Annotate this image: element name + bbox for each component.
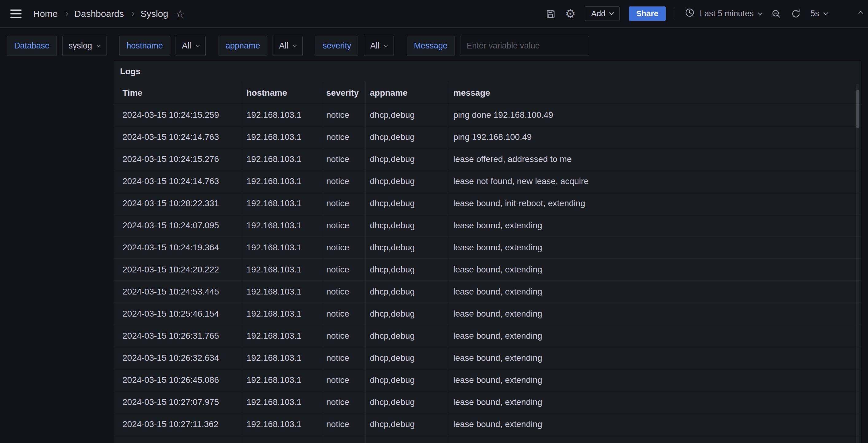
panel-title: Logs [120,67,141,76]
table-cell: 2024-03-15 10:28:22.331 [114,192,242,214]
collapse-topbar-button[interactable] [859,10,863,15]
table-cell: 192.168.103.1 [242,259,322,280]
refresh-interval-label: 5s [810,9,819,19]
table-cell: lease bound, extending [449,325,861,347]
table-cell: 2024-03-15 10:26:32.634 [114,347,242,369]
table-cell: 2024-03-15 10:24:15.259 [114,104,242,126]
table-cell: lease bound, extending [449,347,861,369]
table-cell: lease offered, addressed to me [449,148,861,170]
clock-icon [684,7,695,20]
column-header-message[interactable]: message [449,82,861,104]
table-row: 2024-03-15 10:24:19.364192.168.103.1noti… [114,236,861,259]
gear-icon: ⚙ [565,8,576,20]
table-cell: notice [322,281,366,303]
table-cell: 192.168.103.1 [242,347,322,369]
table-cell: 2024-03-15 10:24:53.445 [114,281,242,303]
table-row: 2024-03-15 10:24:07.095192.168.103.1noti… [114,215,861,236]
variable-appname: appname All [219,36,303,56]
chevron-down-icon [824,10,828,15]
table-cell: lease bound, extending [449,236,861,258]
refresh-button[interactable] [790,8,801,19]
table-cell: notice [322,391,366,413]
variable-database-label: Database [7,36,57,56]
variable-severity-select[interactable]: All [364,36,394,56]
table-cell: 192.168.103.1 [242,369,322,391]
table-cell: dhcp,debug [366,413,449,435]
table-row: 2024-03-15 10:27:43.684192.168.103.1noti… [114,435,861,443]
breadcrumb-home[interactable]: Home [33,8,58,19]
table-cell: dhcp,debug [366,259,449,280]
add-button[interactable]: Add [585,6,619,21]
favorite-button[interactable]: ☆ [176,8,185,20]
chevron-down-icon [96,43,101,47]
toolbar-divider [675,8,675,19]
column-header-severity[interactable]: severity [322,82,366,104]
table-cell: 192.168.103.1 [242,325,322,347]
table-cell: dhcp,debug [366,369,449,391]
table-cell: notice [322,236,366,258]
variable-appname-value: All [279,41,288,51]
table-cell: notice [322,413,366,435]
column-header-hostname[interactable]: hostname [242,82,322,104]
table-cell: 2024-03-15 10:27:43.684 [114,435,242,443]
chevron-down-icon [195,43,200,47]
table-row: 2024-03-15 10:26:31.765192.168.103.1noti… [114,325,861,347]
variable-message: Message [407,36,589,56]
table-cell: lease bound, extending [449,281,861,303]
table-row: 2024-03-15 10:26:32.634192.168.103.1noti… [114,347,861,369]
breadcrumb-dashboards[interactable]: Dashboards [74,8,124,19]
variables-bar: Database syslog hostname All appname All… [7,36,868,56]
table-cell: lease bound, extending [449,259,861,280]
table-cell: lease bound, extending [449,413,861,435]
table-scrollbar[interactable] [856,84,859,443]
table-cell: notice [322,215,366,236]
chevron-down-icon [384,43,388,47]
variable-database-select[interactable]: syslog [62,36,107,56]
table-row: 2024-03-15 10:24:15.276192.168.103.1noti… [114,148,861,170]
logs-table-body: 2024-03-15 10:24:15.259192.168.103.1noti… [114,104,861,443]
table-cell: dhcp,debug [366,104,449,126]
dashboard-settings-button[interactable]: ⚙ [565,8,576,20]
table-row: 2024-03-15 10:27:07.975192.168.103.1noti… [114,391,861,413]
refresh-interval-picker[interactable]: 5s [810,9,828,19]
table-cell: 192.168.103.1 [242,104,322,126]
variable-appname-select[interactable]: All [273,36,303,56]
table-cell: lease bound, extending [449,215,861,236]
table-row: 2024-03-15 10:24:20.222192.168.103.1noti… [114,259,861,281]
table-cell: 192.168.103.1 [242,215,322,236]
table-cell: dhcp,debug [366,170,449,192]
chevron-right-icon [64,11,68,15]
table-cell: notice [322,259,366,280]
message-variable-input[interactable] [460,36,589,56]
table-cell: 2024-03-15 10:24:14.763 [114,126,242,148]
menu-toggle-button[interactable] [9,6,23,21]
table-cell: 2024-03-15 10:27:11.362 [114,413,242,435]
column-header-time[interactable]: Time [114,82,242,104]
table-cell: dhcp,debug [366,435,449,443]
table-cell: lease bound, extending [449,435,861,443]
save-dashboard-button[interactable] [546,8,556,19]
share-button[interactable]: Share [629,6,666,21]
variable-hostname: hostname All [119,36,206,56]
time-range-picker[interactable]: Last 5 minutes [684,7,762,20]
table-row: 2024-03-15 10:26:45.086192.168.103.1noti… [114,369,861,391]
variable-message-label: Message [407,36,455,56]
table-cell: 192.168.103.1 [242,192,322,214]
chevron-down-icon [292,43,297,47]
breadcrumb-current: Syslog [141,8,168,19]
table-cell: lease bound, init-reboot, extending [449,192,861,214]
column-header-appname[interactable]: appname [366,82,449,104]
table-cell: dhcp,debug [366,303,449,324]
star-icon: ☆ [176,8,185,20]
table-cell: 192.168.103.1 [242,413,322,435]
panel-header[interactable]: Logs [114,61,861,82]
hamburger-icon [10,17,22,18]
grafana-dashboard: Home Dashboards Syslog ☆ ⚙ Add [0,0,868,443]
zoom-out-button[interactable] [771,8,781,19]
top-bar-actions: ⚙ Add Share Last 5 minutes [546,6,859,21]
variable-severity: severity All [315,36,394,56]
table-scrollbar-thumb[interactable] [856,90,859,128]
time-range-label: Last 5 minutes [700,9,754,19]
variable-hostname-select[interactable]: All [176,36,206,56]
table-cell: 2024-03-15 10:27:07.975 [114,391,242,413]
